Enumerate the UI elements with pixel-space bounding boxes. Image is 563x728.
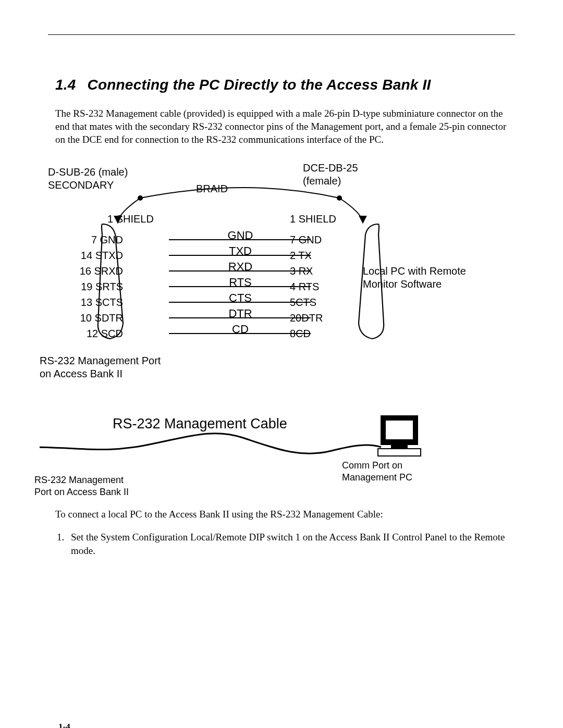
pin-left-1: 14 STXD — [81, 249, 123, 262]
svg-rect-27 — [378, 449, 421, 456]
pin-left-5: 10 SDTR — [80, 312, 123, 325]
sig-6: CD — [219, 322, 261, 337]
pin-right-1: 2 TX — [290, 249, 312, 262]
shield-right: 1 SHIELD — [290, 213, 336, 226]
pin-left-3: 19 SRTS — [81, 280, 123, 293]
sig-4: CTS — [219, 291, 261, 305]
page-number: 1-4 — [58, 722, 70, 728]
pin-right-0: 7 GND — [290, 233, 322, 246]
intro-paragraph: The RS-232 Management cable (provided) i… — [55, 107, 515, 146]
section-title: Connecting the PC Directly to the Access… — [88, 77, 431, 93]
left-connector-caption: RS-232 Management Port on Access Bank II — [40, 354, 161, 380]
pin-left-6: 12 SCD — [87, 327, 123, 340]
cable-right-label: Comm Port on Management PC — [342, 460, 412, 483]
sig-0: GND — [219, 228, 261, 243]
right-connector-header: DCE-DB-25 (female) — [303, 162, 358, 188]
sig-1: TXD — [219, 244, 261, 258]
sig-3: RTS — [219, 275, 261, 290]
section-heading: 1.4Connecting the PC Directly to the Acc… — [55, 77, 515, 93]
pin-left-0: 7 GND — [91, 233, 123, 246]
svg-rect-25 — [385, 420, 413, 440]
steps-list: Set the System Configuration Local/Remot… — [67, 530, 515, 557]
section-number: 1.4 — [55, 77, 76, 93]
lead-in: To connect a local PC to the Access Bank… — [55, 508, 515, 521]
sig-5: DTR — [219, 306, 261, 321]
pin-right-4: 5CTS — [290, 296, 316, 309]
pin-right-2: 3 RX — [290, 265, 313, 278]
content-area: 1.4Connecting the PC Directly to the Acc… — [55, 35, 515, 557]
page: 1.4Connecting the PC Directly to the Acc… — [0, 34, 563, 728]
sig-2: RXD — [219, 260, 261, 274]
braid-label: BRAID — [196, 182, 228, 195]
pin-left-2: 16 SRXD — [80, 265, 123, 278]
step-1: Set the System Configuration Local/Remot… — [67, 530, 515, 557]
right-connector-caption: Local PC with Remote Monitor Software — [363, 265, 466, 291]
pin-right-3: 4 RTS — [290, 280, 319, 293]
shield-left: 1 SHIELD — [107, 213, 154, 226]
left-connector-header: D-SUB-26 (male) SECONDARY — [48, 166, 128, 192]
cable-left-label: RS-232 Management Port on Access Bank II — [34, 474, 129, 498]
rs232-pinout-diagram: D-SUB-26 (male) SECONDARY DCE-DB-25 (fem… — [40, 162, 509, 495]
cable-title: RS-232 Management Cable — [113, 416, 287, 432]
svg-rect-26 — [391, 445, 407, 449]
pin-right-6: 8CD — [290, 327, 311, 340]
pin-left-4: 13 SCTS — [81, 296, 123, 309]
pin-right-5: 20DTR — [290, 312, 323, 325]
